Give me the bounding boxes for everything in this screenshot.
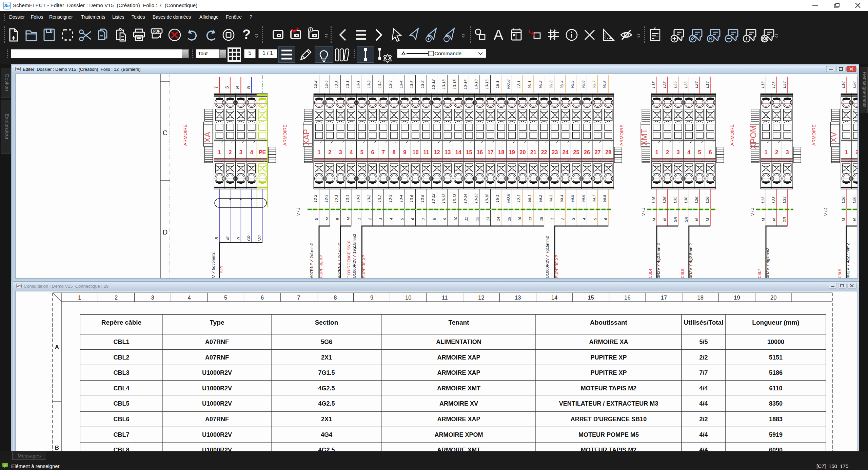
svg-text:12-3: 12-3 xyxy=(324,80,328,88)
svg-text:%I.3: %I.3 xyxy=(549,80,553,88)
svg-text:4/4: 4/4 xyxy=(699,447,708,451)
svg-text:MOTEUR POMPE M5: MOTEUR POMPE M5 xyxy=(578,431,639,438)
svg-text:4G2.5: 4G2.5 xyxy=(318,400,335,407)
svg-text:19: 19 xyxy=(734,294,740,301)
svg-text:U1000R2V: U1000R2V xyxy=(202,447,232,451)
svg-text:5g35mm2: 5g35mm2 xyxy=(211,252,215,271)
svg-text:17: 17 xyxy=(487,149,493,155)
svg-text:8350: 8350 xyxy=(769,400,783,407)
svg-text:N: N xyxy=(695,218,699,221)
svg-text:L35: L35 xyxy=(673,81,677,88)
svg-text:15: 15 xyxy=(588,294,594,301)
svg-text:CBL7: CBL7 xyxy=(113,431,129,438)
svg-text:8: 8 xyxy=(334,294,337,301)
svg-text:CBL8: CBL8 xyxy=(113,447,129,451)
svg-text:4: 4 xyxy=(389,218,393,220)
svg-text:12: 12 xyxy=(434,149,440,155)
svg-text:ARMOIRE XMT: ARMOIRE XMT xyxy=(437,385,480,392)
svg-text:10: 10 xyxy=(405,294,411,301)
svg-text:PDF: PDF xyxy=(153,29,160,33)
svg-text:9: 9 xyxy=(370,294,373,301)
svg-text:L28: L28 xyxy=(852,81,856,88)
svg-text:12: 12 xyxy=(475,217,479,221)
svg-text:%I.6: %I.6 xyxy=(581,195,585,203)
svg-text:V / J: V / J xyxy=(750,207,755,216)
svg-text:13-1: 13-1 xyxy=(346,195,350,202)
svg-text:L28: L28 xyxy=(852,197,856,203)
svg-text:13-13: 13-13 xyxy=(474,79,478,89)
svg-text:ARMOIRE: ARMOIRE xyxy=(730,124,735,146)
svg-text:5919: 5919 xyxy=(769,431,783,438)
svg-text:13-4: 13-4 xyxy=(399,195,403,202)
svg-text:V/J: V/J xyxy=(258,236,262,241)
svg-text:L15: L15 xyxy=(652,197,656,203)
svg-text:12-3: 12-3 xyxy=(335,195,339,203)
svg-text:2: 2 xyxy=(229,149,232,155)
svg-text:4g4mm2: 4g4mm2 xyxy=(766,248,770,264)
svg-text:13-2: 13-2 xyxy=(367,195,371,203)
svg-text:PUPITRE XP: PUPITRE XP xyxy=(319,255,323,278)
svg-text:GR: GR xyxy=(673,217,677,223)
svg-text:2x1mm2: 2x1mm2 xyxy=(337,243,341,260)
svg-text:3: 3 xyxy=(677,149,680,155)
svg-text:ARMOIRE XAP: ARMOIRE XAP xyxy=(437,369,480,376)
svg-text:A07RNF: A07RNF xyxy=(205,354,229,361)
svg-text:4: 4 xyxy=(250,149,253,155)
svg-text:15: 15 xyxy=(507,217,511,221)
svg-text:13-2: 13-2 xyxy=(378,80,382,88)
svg-text:25: 25 xyxy=(573,149,579,155)
svg-text:N: N xyxy=(246,86,251,89)
svg-text:1: 1 xyxy=(218,149,221,155)
svg-text:XMT: XMT xyxy=(639,128,649,146)
svg-text:T: T xyxy=(214,86,219,89)
svg-text:7G1.5: 7G1.5 xyxy=(318,369,335,376)
svg-text:2x1mm2: 2x1mm2 xyxy=(310,243,314,260)
svg-text:=: = xyxy=(4,464,6,467)
svg-text:7g15mm2: 7g15mm2 xyxy=(545,236,549,255)
svg-text:13-6: 13-6 xyxy=(410,195,414,203)
svg-text:4G4: 4G4 xyxy=(321,431,332,438)
svg-text:Repère câble: Repère câble xyxy=(101,319,141,326)
svg-text:L16: L16 xyxy=(705,197,709,203)
svg-text:26: 26 xyxy=(584,149,590,155)
svg-text:T D'URGENCE SB10: T D'URGENCE SB10 xyxy=(347,241,351,278)
svg-text:12-2: 12-2 xyxy=(313,195,317,203)
svg-text:M: M xyxy=(347,217,351,221)
svg-text:19: 19 xyxy=(509,149,515,155)
svg-text:2/2: 2/2 xyxy=(699,416,708,423)
svg-text:13-16: 13-16 xyxy=(485,79,489,89)
svg-text:B: B xyxy=(215,237,219,239)
svg-text:%I.8: %I.8 xyxy=(603,195,607,203)
svg-text:ARMOIRE XV: ARMOIRE XV xyxy=(439,400,478,407)
svg-text:L26: L26 xyxy=(694,197,698,203)
svg-text:4: 4 xyxy=(582,218,586,220)
svg-text:10: 10 xyxy=(412,149,418,155)
svg-text:2: 2 xyxy=(855,149,857,155)
svg-text:4G2.5: 4G2.5 xyxy=(318,447,335,451)
svg-text:Aboutissant: Aboutissant xyxy=(590,319,627,326)
svg-text:L23: L23 xyxy=(772,197,776,203)
svg-text:5: 5 xyxy=(360,149,363,155)
svg-text:Type: Type xyxy=(210,319,224,326)
svg-text:L36: L36 xyxy=(684,81,688,88)
svg-text:ARMOIRE XAP: ARMOIRE XAP xyxy=(437,416,480,423)
svg-text:L26: L26 xyxy=(694,81,698,88)
svg-text:A07RNF: A07RNF xyxy=(337,262,341,278)
svg-text:8: 8 xyxy=(393,149,396,155)
svg-text:CBL5: CBL5 xyxy=(838,269,842,278)
svg-text:CBL3: CBL3 xyxy=(113,369,129,376)
svg-text:3: 3 xyxy=(151,294,154,301)
svg-text:M: M xyxy=(761,218,765,221)
svg-text:A07RNF: A07RNF xyxy=(205,416,229,423)
svg-text:5/5: 5/5 xyxy=(699,339,708,345)
svg-text:3: 3 xyxy=(786,149,789,155)
svg-text:20: 20 xyxy=(519,149,526,155)
svg-text:M: M xyxy=(842,218,846,221)
svg-text:13: 13 xyxy=(445,149,451,155)
svg-text:1: 1 xyxy=(317,149,320,155)
svg-text:B: B xyxy=(55,445,59,451)
svg-text:13-3: 13-3 xyxy=(388,80,392,88)
svg-text:7: 7 xyxy=(421,218,426,220)
svg-text:10000: 10000 xyxy=(767,339,784,345)
svg-text:ARMOIRE XMT: ARMOIRE XMT xyxy=(437,447,480,451)
